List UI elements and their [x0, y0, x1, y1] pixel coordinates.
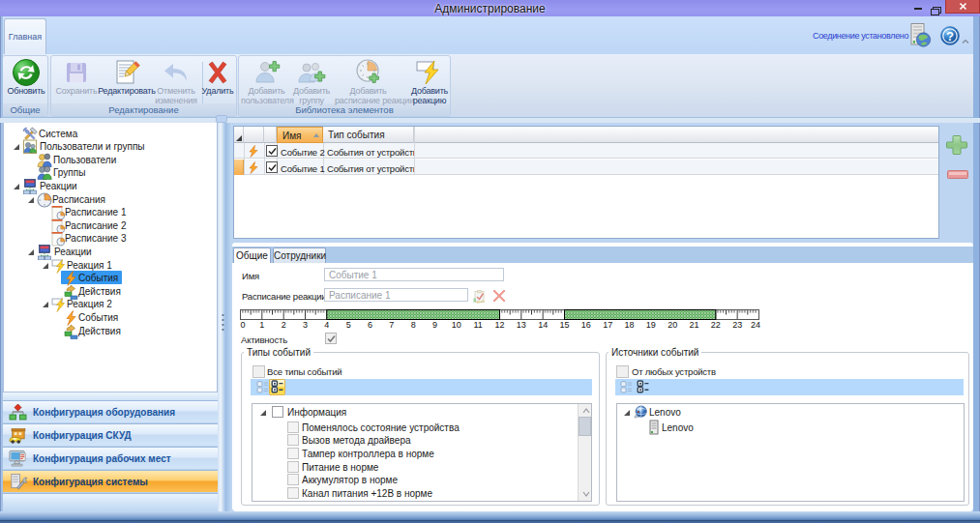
svg-text:20: 20: [668, 320, 677, 330]
svg-text:19: 19: [646, 320, 656, 330]
svg-text:22: 22: [711, 320, 721, 330]
svg-text:3: 3: [303, 320, 308, 330]
svg-text:16: 16: [581, 320, 591, 330]
svg-text:?: ?: [946, 30, 954, 44]
svg-text:9: 9: [432, 320, 437, 330]
svg-text:0: 0: [240, 320, 245, 330]
svg-text:10: 10: [452, 320, 461, 330]
svg-text:15: 15: [559, 320, 569, 330]
svg-text:5: 5: [346, 320, 351, 330]
svg-text:23: 23: [732, 320, 742, 330]
svg-text:14: 14: [538, 320, 548, 330]
svg-text:12: 12: [494, 320, 504, 330]
svg-text:11: 11: [474, 320, 483, 330]
svg-text:2: 2: [282, 320, 286, 330]
svg-text:6: 6: [368, 320, 372, 330]
svg-text:18: 18: [624, 320, 634, 330]
svg-text:7: 7: [389, 320, 394, 330]
svg-text:4: 4: [324, 320, 329, 330]
svg-text:1: 1: [259, 320, 264, 330]
svg-text:21: 21: [689, 320, 698, 330]
svg-text:13: 13: [517, 320, 526, 330]
svg-text:8: 8: [411, 320, 416, 330]
svg-text:17: 17: [603, 320, 612, 330]
svg-text:24: 24: [751, 320, 760, 330]
